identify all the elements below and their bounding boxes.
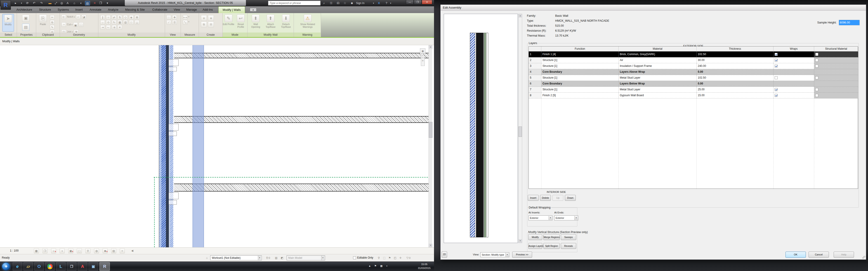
tab-add-ins[interactable]: Add-Ins: [201, 6, 215, 13]
help-search-input[interactable]: [268, 1, 320, 5]
sign-in-caret-icon[interactable]: ▾: [373, 1, 374, 5]
paint-icon[interactable]: ▄: [73, 22, 78, 27]
wraps-checkbox[interactable]: [775, 65, 778, 68]
show-crop-region-icon[interactable]: ⬚: [77, 248, 82, 253]
cut-label[interactable]: Cut: [67, 23, 71, 26]
favorites-icon[interactable]: ☆: [344, 1, 346, 5]
panel-select-label[interactable]: Select: [0, 33, 17, 37]
match-type-icon[interactable]: ✎: [50, 25, 55, 30]
taskbar-lync[interactable]: L: [56, 262, 66, 271]
communication-center-icon[interactable]: ☊: [337, 1, 340, 5]
preview-scrollbar[interactable]: ▲ ▼: [518, 14, 522, 243]
layer-function-cell[interactable]: Structure [1]: [541, 63, 619, 69]
floor-slab-section[interactable]: [174, 53, 430, 58]
preview-scroll-up-icon[interactable]: ▲: [519, 14, 522, 18]
layer-thickness-cell[interactable]: 25.00: [697, 87, 774, 93]
panel-modify-wall-label[interactable]: Modify Wall: [248, 33, 293, 37]
tray-action-center-icon[interactable]: ⚑: [374, 265, 377, 267]
minimize-button[interactable]: —: [406, 0, 414, 4]
preview-view-select[interactable]: Section: Modify type ▾: [480, 252, 509, 257]
view-scale-button[interactable]: 1 : 100: [10, 249, 19, 252]
help-icon[interactable]: ?: [385, 1, 387, 5]
move-up-button[interactable]: Up: [553, 195, 563, 201]
taskbar-chrome[interactable]: [45, 262, 55, 271]
taskbar-clock[interactable]: 15:05 01/03/2015: [415, 263, 433, 270]
crop-view-icon[interactable]: ▣: [68, 248, 73, 253]
layer-number[interactable]: 5: [529, 75, 541, 81]
show-warnings-button[interactable]: ⚠ Show Related Warnings: [300, 14, 315, 32]
selection-filter-icon[interactable]: ▽:0: [405, 256, 412, 260]
sign-in-icon[interactable]: ☻: [350, 1, 353, 5]
tab-collaborate[interactable]: Collaborate: [150, 6, 170, 13]
start-button[interactable]: ❖: [2, 263, 10, 271]
delete-layer-button[interactable]: Delete: [540, 195, 551, 201]
design-options-pick-icon[interactable]: ◩: [280, 256, 284, 260]
drawing-canvas[interactable]: ◉ ⌂✛ ▲ ▼: [0, 45, 434, 247]
header-thickness[interactable]: Thickness: [697, 46, 774, 52]
header-material[interactable]: Material: [619, 46, 697, 52]
thin-lines-icon[interactable]: ▤: [85, 1, 90, 5]
structural-checkbox[interactable]: [815, 65, 818, 68]
structural-checkbox[interactable]: [815, 53, 818, 56]
panel-view-label[interactable]: View: [165, 33, 181, 37]
assembly-preview-pane[interactable]: [444, 14, 518, 243]
cut-geometry-icon[interactable]: ◔: [61, 22, 66, 27]
reset-profile-button[interactable]: ↩ Reset Profile: [235, 14, 247, 32]
taskbar-internet-explorer[interactable]: e: [13, 262, 22, 271]
hide-element-icon[interactable]: ◌: [166, 15, 171, 20]
layer-thickness-cell[interactable]: 0.00: [697, 81, 774, 87]
layer-number[interactable]: 2: [529, 57, 541, 63]
copy-icon[interactable]: ⧉: [50, 20, 55, 25]
layer-structural-cell[interactable]: [814, 63, 858, 69]
delete-icon[interactable]: ✕: [118, 25, 122, 30]
layer-wraps-cell[interactable]: [774, 75, 814, 81]
layer-row[interactable]: 6 Core Boundary Layers Below Wrap 0.00: [529, 81, 858, 87]
layer-function-cell[interactable]: Finish 1 [4]: [541, 52, 619, 57]
tab-insert[interactable]: Insert: [73, 6, 85, 13]
panel-clipboard-label[interactable]: Clipboard: [36, 33, 60, 37]
notch-icon[interactable]: ⊏: [61, 15, 66, 19]
structural-checkbox[interactable]: [815, 94, 818, 97]
floor-slab-section[interactable]: [174, 183, 430, 192]
layer-material-cell[interactable]: Metal Stud Layer: [619, 75, 697, 81]
layer-function-cell[interactable]: Structure [1]: [541, 87, 619, 93]
type-properties-icon[interactable]: ▤: [22, 24, 29, 31]
floor-slab-section[interactable]: [174, 116, 430, 123]
layer-thickness-cell[interactable]: 15.00: [697, 93, 774, 98]
tray-show-hidden-icon[interactable]: ▲: [368, 265, 371, 267]
detail-callout[interactable]: [168, 67, 177, 71]
mirror-axis-icon[interactable]: ⇄: [112, 15, 116, 20]
geometry-extra1-icon[interactable]: ◪: [82, 15, 86, 19]
open-icon[interactable]: ▸: [13, 1, 18, 5]
attach-topbase-button[interactable]: ⬆ Attach Top/Base: [264, 14, 278, 32]
header-structural[interactable]: Structural Material: [814, 46, 858, 52]
offset-icon[interactable]: ○: [106, 15, 111, 20]
undo-icon[interactable]: ↶: [32, 1, 37, 5]
cancel-button[interactable]: Cancel: [809, 251, 829, 258]
layer-material-cell[interactable]: Layers Below Wrap: [619, 81, 697, 87]
help-button[interactable]: Help: [834, 251, 854, 258]
reveal-hidden-elements-icon[interactable]: ◙: [103, 248, 107, 253]
layer-row[interactable]: 7 Structure [1] Metal Stud Layer 25.00: [529, 87, 858, 93]
at-inserts-select[interactable]: Exterior ▾: [528, 215, 553, 221]
switch-windows-icon[interactable]: ❐: [98, 1, 103, 5]
drag-on-selection-icon[interactable]: ✛: [398, 256, 403, 260]
detail-callout[interactable]: [168, 59, 179, 66]
move-icon[interactable]: ↔: [100, 20, 105, 25]
layer-number[interactable]: 1: [529, 52, 541, 57]
wraps-checkbox[interactable]: [775, 94, 778, 97]
wraps-checkbox[interactable]: [775, 88, 778, 91]
preview-scrollbar-thumb[interactable]: [519, 127, 522, 137]
layer-material-cell[interactable]: Insulation / Support Frame: [619, 63, 697, 69]
layer-function-cell[interactable]: Structure [1]: [541, 57, 619, 63]
create-group-icon[interactable]: ⧇: [208, 15, 214, 21]
split-region-button[interactable]: Split Region: [544, 243, 560, 249]
layer-thickness-cell[interactable]: 102.50: [697, 52, 774, 57]
modify-tool-button[interactable]: ➤ Modify: [2, 14, 14, 32]
structural-checkbox[interactable]: [815, 59, 818, 62]
layer-structural-cell[interactable]: [814, 75, 858, 81]
linework-icon[interactable]: ∕: [166, 20, 171, 25]
merge-regions-button[interactable]: Merge Regions: [544, 234, 560, 240]
worksets-icon[interactable]: ⌂: [205, 256, 209, 260]
taskbar-file-explorer[interactable]: ▱: [24, 262, 33, 271]
